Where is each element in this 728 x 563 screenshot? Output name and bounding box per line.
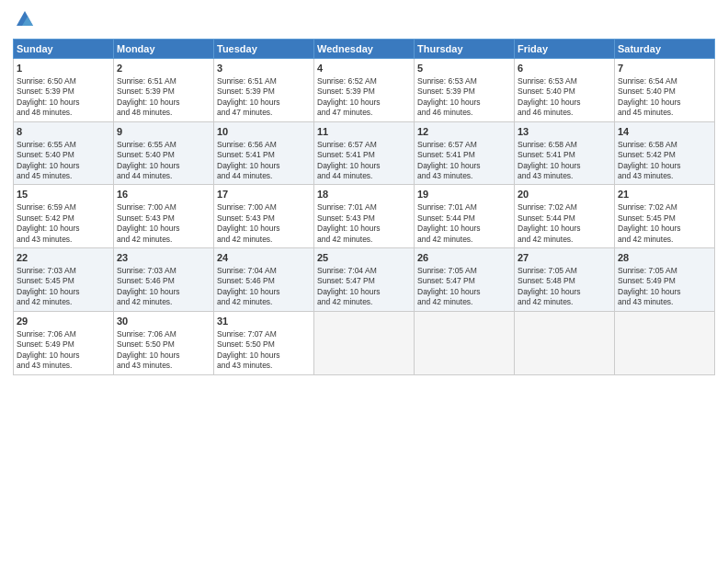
day-info: Daylight: 10 hours — [17, 98, 110, 108]
day-info: Sunrise: 7:05 AM — [518, 266, 611, 276]
day-info: and 42 minutes. — [17, 297, 110, 307]
day-info: Sunrise: 6:51 AM — [117, 76, 210, 86]
day-info: Sunset: 5:44 PM — [417, 213, 511, 224]
day-info: Daylight: 10 hours — [117, 224, 210, 234]
col-header-monday: Monday — [114, 40, 214, 59]
calendar-cell: 10Sunrise: 6:56 AMSunset: 5:41 PMDayligh… — [214, 121, 314, 185]
calendar-cell — [615, 311, 715, 374]
calendar-cell: 12Sunrise: 6:57 AMSunset: 5:41 PMDayligh… — [415, 121, 515, 185]
day-number: 20 — [518, 188, 611, 201]
day-info: Daylight: 10 hours — [417, 98, 511, 108]
day-info: Sunset: 5:46 PM — [217, 276, 311, 286]
day-info: Sunset: 5:40 PM — [518, 86, 611, 97]
day-number: 30 — [117, 315, 210, 328]
day-info: Sunrise: 7:07 AM — [217, 329, 311, 339]
day-number: 22 — [17, 251, 110, 265]
day-info: Sunrise: 6:56 AM — [217, 140, 311, 150]
day-info: Sunrise: 7:05 AM — [618, 266, 711, 276]
day-number: 3 — [217, 62, 311, 75]
day-info: and 46 minutes. — [417, 108, 511, 118]
day-info: Sunset: 5:43 PM — [217, 213, 311, 224]
day-info: Sunset: 5:40 PM — [117, 150, 210, 160]
day-info: Sunset: 5:39 PM — [417, 86, 511, 97]
day-info: Daylight: 10 hours — [17, 161, 110, 171]
day-number: 19 — [417, 188, 511, 201]
day-info: Daylight: 10 hours — [117, 287, 210, 297]
day-info: Sunrise: 7:01 AM — [317, 202, 411, 213]
day-info: and 47 minutes. — [317, 108, 411, 118]
calendar-cell: 7Sunrise: 6:54 AMSunset: 5:40 PMDaylight… — [615, 59, 715, 122]
day-info: Daylight: 10 hours — [618, 161, 711, 171]
day-info: Sunset: 5:48 PM — [518, 276, 611, 286]
day-info: Sunset: 5:40 PM — [17, 150, 110, 160]
day-info: and 45 minutes. — [17, 171, 110, 181]
day-info: and 42 minutes. — [217, 297, 311, 307]
calendar-cell: 22Sunrise: 7:03 AMSunset: 5:45 PMDayligh… — [14, 248, 114, 312]
calendar-cell: 11Sunrise: 6:57 AMSunset: 5:41 PMDayligh… — [314, 121, 415, 185]
day-number: 18 — [317, 188, 411, 201]
day-number: 11 — [317, 125, 411, 139]
day-info: Daylight: 10 hours — [618, 287, 711, 297]
day-info: Sunrise: 7:01 AM — [417, 202, 511, 213]
day-number: 7 — [618, 62, 711, 75]
day-number: 27 — [518, 251, 611, 265]
day-info: Sunset: 5:47 PM — [317, 276, 411, 286]
day-info: Daylight: 10 hours — [317, 98, 411, 108]
day-info: and 42 minutes. — [518, 297, 611, 307]
day-info: Daylight: 10 hours — [217, 98, 311, 108]
calendar-cell: 14Sunrise: 6:58 AMSunset: 5:42 PMDayligh… — [615, 121, 715, 185]
day-info: and 42 minutes. — [117, 297, 210, 307]
day-number: 5 — [417, 62, 511, 75]
day-info: Sunrise: 6:54 AM — [618, 76, 711, 86]
day-info: Daylight: 10 hours — [618, 224, 711, 234]
calendar-cell: 4Sunrise: 6:52 AMSunset: 5:39 PMDaylight… — [314, 59, 415, 122]
day-info: Sunrise: 7:02 AM — [518, 202, 611, 213]
day-info: Daylight: 10 hours — [17, 350, 110, 361]
calendar-week-row: 1Sunrise: 6:50 AMSunset: 5:39 PMDaylight… — [14, 59, 715, 122]
col-header-friday: Friday — [515, 40, 615, 59]
day-info: Sunset: 5:41 PM — [518, 150, 611, 160]
day-number: 17 — [217, 188, 311, 201]
day-info: Sunset: 5:40 PM — [618, 86, 711, 97]
day-info: Sunrise: 7:03 AM — [17, 266, 110, 276]
calendar-week-row: 22Sunrise: 7:03 AMSunset: 5:45 PMDayligh… — [14, 248, 715, 312]
day-info: Sunrise: 7:04 AM — [317, 266, 411, 276]
day-info: Sunrise: 6:58 AM — [518, 140, 611, 150]
day-info: Daylight: 10 hours — [217, 350, 311, 361]
day-number: 15 — [17, 188, 110, 201]
day-info: Daylight: 10 hours — [518, 224, 611, 234]
day-info: and 48 minutes. — [117, 108, 210, 118]
day-number: 16 — [117, 188, 210, 201]
day-info: Sunset: 5:39 PM — [117, 86, 210, 97]
calendar-cell: 26Sunrise: 7:05 AMSunset: 5:47 PMDayligh… — [415, 248, 515, 312]
calendar-cell: 15Sunrise: 6:59 AMSunset: 5:42 PMDayligh… — [14, 185, 114, 248]
day-info: Sunset: 5:46 PM — [117, 276, 210, 286]
calendar-container: SundayMondayTuesdayWednesdayThursdayFrid… — [0, 0, 728, 563]
calendar-week-row: 29Sunrise: 7:06 AMSunset: 5:49 PMDayligh… — [14, 311, 715, 374]
day-info: Sunrise: 7:06 AM — [117, 329, 210, 339]
day-info: and 44 minutes. — [217, 171, 311, 181]
day-info: Sunset: 5:45 PM — [618, 213, 711, 224]
day-info: and 42 minutes. — [618, 235, 711, 245]
logo-general — [13, 9, 35, 33]
day-info: and 43 minutes. — [17, 235, 110, 245]
calendar-cell: 5Sunrise: 6:53 AMSunset: 5:39 PMDaylight… — [415, 59, 515, 122]
day-info: Sunrise: 6:59 AM — [17, 202, 110, 213]
calendar-table: SundayMondayTuesdayWednesdayThursdayFrid… — [13, 39, 715, 375]
day-info: Sunrise: 6:51 AM — [217, 76, 311, 86]
calendar-cell: 31Sunrise: 7:07 AMSunset: 5:50 PMDayligh… — [214, 311, 314, 374]
day-info: Sunrise: 7:02 AM — [618, 202, 711, 213]
day-info: Sunset: 5:41 PM — [317, 150, 411, 160]
logo — [13, 9, 35, 33]
day-info: Sunrise: 6:55 AM — [117, 140, 210, 150]
day-info: Daylight: 10 hours — [518, 287, 611, 297]
day-info: Sunset: 5:50 PM — [217, 339, 311, 350]
calendar-week-row: 8Sunrise: 6:55 AMSunset: 5:40 PMDaylight… — [14, 121, 715, 185]
day-info: Daylight: 10 hours — [217, 224, 311, 234]
day-number: 31 — [217, 315, 311, 328]
calendar-week-row: 15Sunrise: 6:59 AMSunset: 5:42 PMDayligh… — [14, 185, 715, 248]
day-number: 6 — [518, 62, 611, 75]
calendar-cell: 28Sunrise: 7:05 AMSunset: 5:49 PMDayligh… — [615, 248, 715, 312]
header — [13, 9, 715, 33]
day-number: 23 — [117, 251, 210, 265]
